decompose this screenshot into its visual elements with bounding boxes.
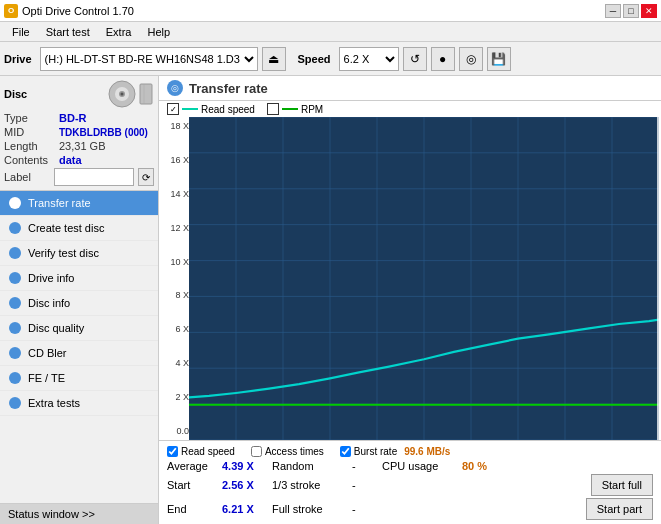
legend-read-speed-label: Read speed (201, 104, 255, 115)
start-row: Start 2.56 X 1/3 stroke - Start full (167, 473, 653, 497)
nav-item-transfer-rate[interactable]: Transfer rate (0, 191, 158, 216)
chart-plot: 0.0 2.5 5.0 7.5 10.0 12.5 15.0 17.5 20.0… (189, 117, 659, 440)
menu-start-test[interactable]: Start test (38, 24, 98, 40)
nav-label-disc-quality: Disc quality (28, 322, 84, 334)
stroke-1-3-value: - (352, 479, 382, 491)
nav-item-verify-test-disc[interactable]: Verify test disc (0, 241, 158, 266)
menu-bar: File Start test Extra Help (0, 22, 661, 42)
main-content: Disc Type BD-R (0, 76, 661, 524)
drive-label: Drive (4, 53, 32, 65)
y-label-8: 8 X (161, 290, 189, 300)
y-label-4: 4 X (161, 358, 189, 368)
disc-length-row: Length 23,31 GB (4, 140, 154, 152)
burn-button[interactable]: ● (431, 47, 455, 71)
random-value: - (352, 460, 382, 472)
stroke-1-3-label: 1/3 stroke (272, 479, 352, 491)
y-label-16: 16 X (161, 155, 189, 165)
chart-header: ◎ Transfer rate (159, 76, 661, 101)
chart-icon: ◎ (167, 80, 183, 96)
title-bar-text: Opti Drive Control 1.70 (22, 5, 134, 17)
disc-label-input[interactable] (54, 168, 134, 186)
fe-te-icon (8, 371, 22, 385)
toolbar: Drive (H:) HL-DT-ST BD-RE WH16NS48 1.D3 … (0, 42, 661, 76)
read-speed-checkbox[interactable] (167, 446, 178, 457)
speed-select[interactable]: 6.2 X (339, 47, 399, 71)
speed-label: Speed (298, 53, 331, 65)
start-part-button[interactable]: Start part (586, 498, 653, 520)
nav-item-cd-bler[interactable]: CD Bler (0, 341, 158, 366)
nav-item-disc-info[interactable]: Disc info (0, 291, 158, 316)
disc-section: Disc Type BD-R (0, 76, 158, 191)
content-area: ◎ Transfer rate ✓ Read speed RPM 18 X (159, 76, 661, 524)
maximize-button[interactable]: □ (623, 4, 639, 18)
start-label: Start (167, 479, 222, 491)
full-stroke-label: Full stroke (272, 503, 352, 515)
drive-select[interactable]: (H:) HL-DT-ST BD-RE WH16NS48 1.D3 (40, 47, 258, 71)
y-label-12: 12 X (161, 223, 189, 233)
end-value: 6.21 X (222, 503, 272, 515)
extra-tests-icon (8, 396, 22, 410)
disc-section-title: Disc (4, 88, 27, 100)
nav-label-cd-bler: CD Bler (28, 347, 67, 359)
eject-button[interactable]: ⏏ (262, 47, 286, 71)
y-label-14: 14 X (161, 189, 189, 199)
nav-label-verify-test-disc: Verify test disc (28, 247, 99, 259)
svg-point-3 (121, 93, 124, 96)
burst-rate-value: 99.6 MB/s (404, 446, 450, 457)
chart-title: Transfer rate (189, 81, 268, 96)
disc-type-value: BD-R (59, 112, 87, 124)
status-window-button[interactable]: Status window >> (0, 503, 158, 524)
nav-item-create-test-disc[interactable]: Create test disc (0, 216, 158, 241)
menu-help[interactable]: Help (139, 24, 178, 40)
cpu-label: CPU usage (382, 460, 462, 472)
nav-label-fe-te: FE / TE (28, 372, 65, 384)
access-times-checkbox[interactable] (251, 446, 262, 457)
average-row: Average 4.39 X Random - CPU usage 80 % (167, 459, 653, 473)
menu-extra[interactable]: Extra (98, 24, 140, 40)
minimize-button[interactable]: ─ (605, 4, 621, 18)
y-label-0: 0.0 (161, 426, 189, 436)
disc-contents-row: Contents data (4, 154, 154, 166)
status-window-label: Status window >> (8, 508, 95, 520)
disc-icons (108, 80, 154, 108)
average-value: 4.39 X (222, 460, 272, 472)
read-speed-checkbox-item: Read speed (167, 446, 235, 457)
start-full-button[interactable]: Start full (591, 474, 653, 496)
legend-rpm: RPM (267, 103, 323, 115)
disc-mid-label: MID (4, 126, 59, 138)
burst-rate-checkbox[interactable] (340, 446, 351, 457)
nav-label-drive-info: Drive info (28, 272, 74, 284)
start-value: 2.56 X (222, 479, 272, 491)
access-times-checkbox-item: Access times (251, 446, 324, 457)
menu-file[interactable]: File (4, 24, 38, 40)
close-button[interactable]: ✕ (641, 4, 657, 18)
create-test-disc-icon (8, 221, 22, 235)
disc-button[interactable]: ◎ (459, 47, 483, 71)
drive-info-icon (8, 271, 22, 285)
nav-item-fe-te[interactable]: FE / TE (0, 366, 158, 391)
nav-label-extra-tests: Extra tests (28, 397, 80, 409)
nav-items: Transfer rate Create test disc Verify te… (0, 191, 158, 503)
disc-length-value: 23,31 GB (59, 140, 105, 152)
disc-contents-value: data (59, 154, 82, 166)
y-label-2: 2 X (161, 392, 189, 402)
read-speed-checkbox-label: Read speed (181, 446, 235, 457)
random-label: Random (272, 460, 352, 472)
title-bar: O Opti Drive Control 1.70 ─ □ ✕ (0, 0, 661, 22)
refresh-button[interactable]: ↺ (403, 47, 427, 71)
disc-label-refresh-button[interactable]: ⟳ (138, 168, 154, 186)
nav-item-drive-info[interactable]: Drive info (0, 266, 158, 291)
chart-legend: ✓ Read speed RPM (159, 101, 661, 117)
cpu-value: 80 % (462, 460, 487, 472)
y-label-10: 10 X (161, 257, 189, 267)
y-axis: 18 X 16 X 14 X 12 X 10 X 8 X 6 X 4 X 2 X… (161, 117, 189, 440)
y-label-6: 6 X (161, 324, 189, 334)
save-button[interactable]: 💾 (487, 47, 511, 71)
nav-item-disc-quality[interactable]: Disc quality (0, 316, 158, 341)
svg-rect-4 (140, 84, 152, 104)
legend-rpm-label: RPM (301, 104, 323, 115)
disc-graphic (108, 80, 136, 108)
disc-header: Disc (4, 80, 154, 108)
transfer-rate-icon (8, 196, 22, 210)
nav-item-extra-tests[interactable]: Extra tests (0, 391, 158, 416)
